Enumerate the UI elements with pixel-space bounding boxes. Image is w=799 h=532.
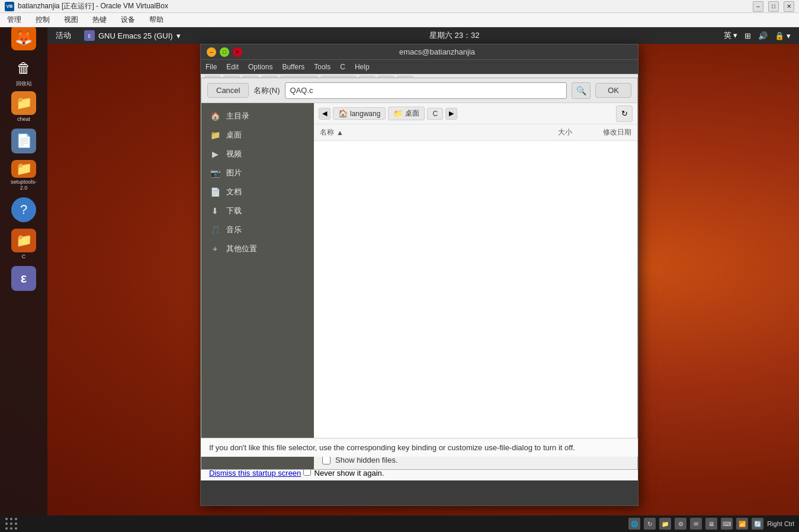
col-name-header[interactable]: 名称 ▲ (320, 127, 525, 137)
file-open-dialog: Cancel 名称(N) 🔍 OK 🏠 主目录 📁 桌面 ▶ 视频 (201, 78, 638, 470)
right-ctrl-label: Right Ctrl (767, 520, 794, 527)
taskbar-mail-icon[interactable]: ✉ (690, 518, 702, 530)
sidebar-pictures-label: 图片 (226, 168, 242, 178)
vbox-menu-devices[interactable]: 设备 (118, 14, 137, 26)
taskbar-right-icons: 🌐 ↻ 📁 ⚙ ✉ 🖥 ⌨ 📶 🔄 Right Ctrl (628, 518, 794, 530)
dialog-name-label: 名称(N) (254, 85, 280, 96)
vbox-title-controls[interactable]: – □ ✕ (753, 1, 794, 12)
vbox-maximize-button[interactable]: □ (768, 1, 779, 12)
gnome-network-icon[interactable]: ⊞ (745, 31, 751, 40)
emacs-menu-buffers[interactable]: Buffers (282, 63, 304, 71)
sidebar-item-downloads[interactable]: ⬇ 下载 (201, 201, 314, 220)
pathbar-forward-button[interactable]: ▶ (445, 108, 457, 120)
taskbar-monitor-icon[interactable]: 🖥 (705, 518, 717, 530)
taskbar-folder-icon[interactable]: 📁 (659, 518, 671, 530)
vbox-title-left: VB batianzhanjia [正在运行] - Oracle VM Virt… (5, 1, 168, 11)
sidebar-item-pictures[interactable]: 📷 图片 (201, 164, 314, 182)
taskbar-grid-icon[interactable] (5, 517, 18, 530)
dialog-main: 🏠 主目录 📁 桌面 ▶ 视频 📷 图片 📄 文档 (201, 103, 637, 469)
vbox-menu-control[interactable]: 控制 (33, 14, 52, 26)
pathbar-crumb-c[interactable]: C (427, 108, 443, 120)
sidebar-item-video[interactable]: ▶ 视频 (201, 145, 314, 164)
emacs-menu-options[interactable]: Options (248, 63, 272, 71)
taskbar-keyboard-icon[interactable]: ⌨ (721, 518, 733, 530)
never-show-label: Never show it again. (315, 469, 384, 477)
dialog-file-list (314, 141, 637, 450)
sidebar-item-help[interactable]: ? (8, 194, 39, 225)
home-crumb-icon: 🏠 (338, 109, 348, 118)
pathbar-crumb-home[interactable]: 🏠 langwang (333, 107, 386, 120)
sidebar-item-desktop[interactable]: 📁 桌面 (201, 126, 314, 145)
emacs-titlebar: – □ ✕ emacs@batianzhanjia (201, 44, 638, 60)
taskbar-update-icon[interactable]: 🔄 (752, 518, 763, 530)
c-folder-label: C (22, 254, 26, 259)
pathbar-right: ↻ (616, 105, 633, 122)
taskbar-refresh-icon[interactable]: ↻ (644, 518, 656, 530)
emacs-menu-help[interactable]: Help (355, 63, 370, 71)
dialog-ok-button[interactable]: OK (595, 83, 631, 98)
dismiss-startup-link[interactable]: Dismiss this startup screen (209, 469, 301, 477)
taskbar-globe-icon[interactable]: 🌐 (628, 518, 640, 530)
pathbar-c-label: C (432, 110, 438, 118)
cheat-label: cheat (17, 116, 30, 122)
vbox-close-button[interactable]: ✕ (784, 1, 794, 12)
taskbar-network-icon[interactable]: 📶 (736, 518, 748, 530)
gnome-app-dropdown-icon[interactable]: ▾ (177, 31, 181, 40)
dialog-column-headers: 名称 ▲ 大小 修改日期 (314, 124, 637, 141)
sidebar-item-cheat[interactable]: 📁 cheat (8, 91, 39, 122)
gnome-lang-icon[interactable]: 英 ▾ (724, 30, 738, 41)
gnome-settings-icon[interactable]: 🔒 ▾ (775, 31, 791, 40)
gnome-appname: ε GNU Emacs 25 (GUI) ▾ (79, 30, 185, 41)
dialog-pathbar: ◀ 🏠 langwang 📁 桌面 C ▶ ↻ (314, 103, 637, 124)
sidebar-item-other[interactable]: + 其他位置 (201, 239, 314, 258)
sidebar-item-setuptools[interactable]: 📁 setuptools-2.0 (8, 160, 39, 191)
vbox-menu-view[interactable]: 视图 (62, 14, 81, 26)
emacs-menu-file[interactable]: File (206, 63, 217, 71)
emacs-maximize-button[interactable]: □ (220, 47, 229, 57)
emacs-close-button[interactable]: ✕ (233, 47, 242, 57)
sidebar-item-c-folder[interactable]: 📁 C (8, 229, 39, 259)
sidebar-item-doc[interactable]: 📄 (8, 126, 39, 156)
pathbar-home-label: langwang (350, 110, 380, 118)
sidebar-item-home[interactable]: 🏠 主目录 (201, 107, 314, 126)
pathbar-refresh-button[interactable]: ↻ (616, 105, 633, 122)
show-hidden-label: Show hidden files. (335, 456, 398, 464)
sidebar-item-documents[interactable]: 📄 文档 (201, 182, 314, 201)
downloads-icon: ⬇ (210, 206, 220, 216)
sidebar-downloads-label: 下载 (226, 206, 242, 216)
documents-icon: 📄 (210, 187, 220, 197)
sidebar-desktop-label: 桌面 (226, 130, 242, 140)
show-hidden-checkbox[interactable] (322, 456, 330, 464)
col-size-header[interactable]: 大小 (525, 127, 572, 137)
dialog-name-input[interactable] (285, 82, 567, 99)
pathbar-crumb-desktop[interactable]: 📁 桌面 (388, 107, 425, 120)
desktop-crumb-icon: 📁 (393, 109, 403, 118)
sidebar-item-emacs[interactable]: ε (8, 263, 39, 294)
sidebar-item-music[interactable]: 🎵 音乐 (201, 220, 314, 239)
sidebar-item-trash[interactable]: 🗑 回收站 (8, 57, 39, 88)
emacs-menu-tools[interactable]: Tools (314, 63, 330, 71)
pathbar-desktop-label: 桌面 (405, 108, 419, 118)
emacs-minimize-button[interactable]: – (207, 47, 216, 57)
vbox-menu-hotkey[interactable]: 热键 (90, 14, 109, 26)
col-date-header[interactable]: 修改日期 (572, 127, 631, 137)
vbox-minimize-button[interactable]: – (753, 1, 763, 12)
emacs-menu-c[interactable]: C (340, 63, 345, 71)
gnome-topbar: 活动 ε GNU Emacs 25 (GUI) ▾ 星期六 23：32 英 ▾ … (47, 27, 799, 44)
pathbar-back-button[interactable]: ◀ (319, 108, 330, 120)
sidebar-documents-label: 文档 (226, 187, 242, 197)
vbox-menu-manage[interactable]: 管理 (5, 14, 24, 26)
dialog-topbar: Cancel 名称(N) 🔍 OK (201, 78, 637, 103)
desktop-icon: 📁 (210, 130, 220, 140)
trash-label: 回收站 (16, 80, 32, 88)
emacs-menu-edit[interactable]: Edit (226, 63, 239, 71)
sidebar-music-label: 音乐 (226, 225, 242, 235)
file-dialog-info-text: If you don't like this file selector, us… (209, 443, 575, 452)
dialog-search-button[interactable]: 🔍 (572, 82, 591, 99)
dialog-cancel-button[interactable]: Cancel (207, 83, 249, 98)
gnome-activities-button[interactable]: 活动 (47, 30, 79, 41)
emacs-title-controls: – □ ✕ (207, 47, 242, 57)
taskbar-settings-icon[interactable]: ⚙ (675, 518, 686, 530)
gnome-volume-icon[interactable]: 🔊 (758, 31, 768, 40)
vbox-menu-help[interactable]: 帮助 (147, 14, 166, 26)
